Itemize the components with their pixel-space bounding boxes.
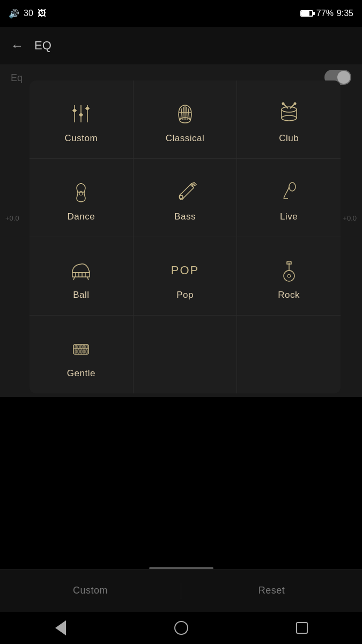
rock-icon [276,257,302,284]
preset-ball[interactable]: Ball [29,237,134,315]
dance-icon [68,178,94,206]
club-label: Club [279,133,299,144]
custom-button[interactable]: Custom [0,569,181,612]
recent-icon [296,622,308,634]
dance-label: Dance [68,211,95,222]
reset-button-label: Reset [258,585,285,596]
status-left: 🔊 30 🖼 [9,9,46,19]
eq-preset-grid: Custom Classical [29,80,341,393]
battery-level: 77% [316,9,334,18]
svg-rect-58 [83,350,85,353]
gentle-icon [68,335,94,363]
gallery-icon: 🖼 [38,9,46,18]
svg-line-41 [87,277,88,280]
svg-line-30 [191,182,195,184]
nav-back-button[interactable] [50,617,71,639]
eq-label: Eq [11,72,23,84]
preset-classical[interactable]: Classical [134,80,238,158]
svg-line-13 [187,107,187,120]
back-icon [55,620,66,635]
svg-rect-55 [75,350,77,353]
svg-point-19 [282,115,297,121]
gentle-label: Gentle [67,368,95,379]
status-bar: 🔊 30 🖼 77% 9:35 [0,0,362,27]
live-icon [276,178,302,206]
svg-point-28 [180,195,183,199]
bass-label: Bass [174,211,196,222]
eq-toggle-knob [337,71,350,84]
time: 9:35 [337,9,353,18]
nav-recent-button[interactable] [291,617,313,639]
custom-icon [68,100,94,128]
grid-row-4: Gentle [29,316,341,393]
svg-rect-56 [78,350,79,353]
page-title: EQ [34,39,51,53]
preset-live[interactable]: Live [237,159,341,237]
grid-row-2: Dance Bass [29,159,341,237]
custom-label: Custom [65,133,98,144]
eq-area: Eq +0.0 +0.0 [0,64,362,397]
rock-label: Rock [278,290,300,301]
svg-point-33 [289,182,295,191]
classical-label: Classical [166,133,205,144]
grid-row-3: Ball POP Pop [29,237,341,316]
preset-bass[interactable]: Bass [134,159,238,237]
preset-rock[interactable]: Rock [237,237,341,315]
ball-label: Ball [73,290,89,301]
classical-icon [172,100,198,128]
preset-custom[interactable]: Custom [29,80,134,158]
svg-line-32 [194,185,197,186]
svg-rect-57 [80,350,82,353]
preset-dance[interactable]: Dance [29,159,134,237]
top-bar: ← EQ [0,27,362,64]
live-label: Live [280,211,298,222]
volume-icon: 🔊 [9,9,19,19]
bass-icon [172,178,198,206]
svg-point-25 [79,191,83,195]
grid-cell-empty-1 [134,316,238,393]
nav-bar [0,612,362,644]
svg-line-31 [193,184,196,185]
back-button[interactable]: ← [11,38,24,53]
reset-button[interactable]: Reset [181,569,362,612]
svg-rect-51 [78,345,79,348]
svg-point-22 [282,102,284,105]
svg-point-7 [79,113,83,116]
svg-rect-52 [80,345,82,348]
svg-rect-54 [86,345,87,348]
preset-club[interactable]: Club [237,80,341,158]
pop-label: Pop [176,290,194,301]
home-icon [174,621,188,635]
svg-point-6 [73,109,76,112]
eq-right-value: +0.0 [343,214,357,222]
svg-point-42 [284,270,294,281]
bottom-bar: Custom Reset [0,569,362,612]
svg-point-16 [282,107,297,112]
svg-line-11 [183,107,183,120]
svg-point-23 [293,102,296,105]
svg-point-47 [287,274,291,277]
preset-gentle[interactable]: Gentle [29,316,134,393]
club-icon [276,100,302,128]
eq-left-value: +0.0 [5,214,19,222]
grid-cell-empty-2 [237,316,341,393]
preset-pop[interactable]: POP Pop [134,237,238,315]
ball-icon [68,257,94,284]
nav-home-button[interactable] [171,617,192,639]
svg-rect-53 [83,345,85,348]
status-right: 77% 9:35 [300,9,353,18]
grid-row-1: Custom Classical [29,80,341,159]
custom-button-label: Custom [73,585,108,596]
svg-point-8 [86,107,89,110]
svg-rect-48 [73,345,88,354]
svg-rect-59 [86,350,87,353]
battery-icon [300,10,313,17]
svg-line-40 [73,277,75,280]
pop-icon: POP [171,257,199,284]
volume-level: 30 [24,9,33,18]
svg-rect-50 [75,345,77,348]
